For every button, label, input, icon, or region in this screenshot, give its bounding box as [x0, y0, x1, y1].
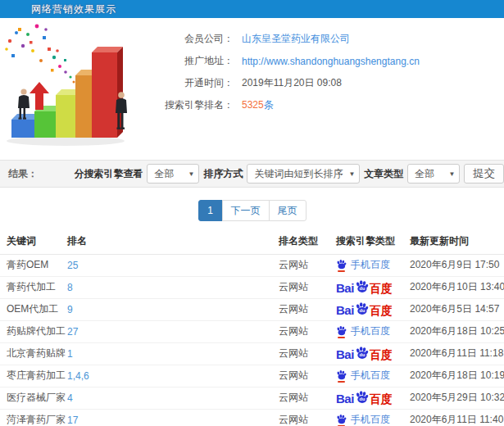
baidu-paw-icon: [336, 414, 347, 424]
rank-type-cell: 云网站: [277, 298, 334, 320]
keyword-cell: 医疗器械厂家: [0, 387, 66, 409]
info-value-link[interactable]: http://www.shandonghuangshengtang.cn: [242, 56, 420, 67]
rank-cell: 4: [66, 387, 277, 409]
engine-cell: 手机百度: [334, 409, 408, 426]
updated-cell: 2020年6月5日 14:57: [408, 298, 504, 320]
mobile-baidu-label: 手机百度: [351, 413, 390, 426]
paw-underline: [338, 337, 345, 338]
keyword-cell: 菏泽膏药厂家: [0, 409, 66, 426]
mobile-paw: [336, 259, 347, 272]
rank-cell: 1: [66, 342, 277, 365]
keyword-cell: 膏药代加工: [0, 276, 66, 298]
info-row: 会员公司：山东皇圣堂药业有限公司: [152, 28, 504, 50]
column-header: 关键词: [0, 229, 66, 254]
svg-text:du: du: [359, 397, 365, 401]
header-bar: 网络营销效果展示: [0, 0, 504, 18]
baidu-logo[interactable]: Bai du 百度: [336, 279, 393, 294]
rank-cell: 8: [66, 276, 277, 298]
svg-text:du: du: [359, 286, 365, 291]
rank-link[interactable]: 17: [67, 415, 78, 426]
engine-select[interactable]: 全部 ▼: [147, 164, 199, 184]
engine-cell: 手机百度: [334, 254, 408, 276]
column-header: 搜索引擎类型: [334, 229, 408, 254]
info-section: 会员公司：山东皇圣堂药业有限公司推广地址：http://www.shandong…: [0, 18, 504, 156]
rank-cell: 9: [66, 298, 277, 320]
up-arrow: [30, 82, 49, 110]
confetti-dots: [5, 25, 75, 84]
article-type-select-value: 全部: [415, 167, 434, 181]
rank-link[interactable]: 1: [67, 348, 73, 360]
baidu-logo[interactable]: Bai du 百度: [336, 390, 393, 405]
info-value: 2019年11月20日 09:08: [242, 76, 342, 90]
baidu-paw-icon: du: [355, 279, 369, 293]
baidu-logo-text: Bai: [336, 348, 354, 360]
keyword-cell: OEM代加工: [0, 298, 66, 320]
rank-cell: 25: [66, 254, 277, 276]
baidu-logo-cn: 百度: [370, 305, 393, 316]
baidu-paw-icon: du: [355, 346, 369, 360]
updated-cell: 2020年6月18日 10:19: [408, 365, 504, 387]
rank-cell: 17: [66, 409, 277, 426]
sort-select[interactable]: 关键词由短到长排序 ▼: [247, 164, 360, 184]
table-row: 枣庄膏药加工1,4,6云网站 手机百度2020年6月18日 10:19: [0, 365, 504, 387]
mobile-baidu-logo[interactable]: 手机百度: [336, 413, 390, 426]
updated-cell: 2020年6月9日 17:50: [408, 254, 504, 276]
table-row: 膏药OEM25云网站 手机百度2020年6月9日 17:50: [0, 254, 504, 276]
rank-type-cell: 云网站: [277, 254, 334, 276]
mobile-baidu-logo[interactable]: 手机百度: [336, 258, 390, 272]
chevron-down-icon: ▼: [448, 170, 455, 178]
article-type-select[interactable]: 全部 ▼: [407, 164, 460, 184]
mobile-baidu-logo[interactable]: 手机百度: [336, 369, 390, 383]
rank-type-cell: 云网站: [277, 276, 334, 298]
baidu-logo-cn: 百度: [370, 283, 393, 294]
rank-link[interactable]: 27: [67, 326, 78, 338]
rank-type-cell: 云网站: [277, 365, 334, 387]
page-1-button[interactable]: 1: [198, 200, 223, 221]
baidu-logo-text: Bai: [336, 392, 354, 405]
rank-type-cell: 云网站: [277, 342, 334, 365]
rank-link[interactable]: 1,4,6: [67, 370, 89, 382]
filter-bar: 结果： 分搜索引擎查看 全部 ▼ 排序方式 关键词由短到长排序 ▼ 文章类型 全…: [0, 160, 504, 188]
baidu-logo[interactable]: Bai du 百度: [336, 346, 393, 360]
rank-link[interactable]: 9: [67, 304, 73, 315]
rank-link[interactable]: 25: [67, 260, 78, 271]
last-page-button[interactable]: 尾页: [269, 200, 306, 221]
info-row: 开通时间：2019年11月20日 09:08: [152, 72, 504, 94]
info-label: 推广地址：: [152, 54, 234, 68]
info-value-link[interactable]: 山东皇圣堂药业有限公司: [242, 32, 350, 46]
table-row: 药贴牌代加工27云网站 手机百度2020年6月18日 10:25: [0, 320, 504, 342]
mobile-paw: [336, 369, 347, 383]
rank-link[interactable]: 4: [67, 392, 73, 404]
keyword-rank-table: 关键词排名排名类型搜索引擎类型最新更新时间 膏药OEM25云网站 手机百度202…: [0, 229, 504, 426]
keyword-cell: 北京膏药贴牌: [0, 342, 66, 365]
engine-cell: Bai du 百度: [334, 342, 408, 365]
info-label: 会员公司：: [152, 32, 234, 46]
table-row: 北京膏药贴牌1云网站Bai du 百度2020年6月11日 11:18: [0, 342, 504, 365]
submit-button[interactable]: 提交: [464, 164, 504, 184]
column-header: 排名: [66, 229, 277, 254]
engine-cell: Bai du 百度: [334, 298, 408, 320]
result-label: 结果：: [8, 167, 38, 181]
mobile-paw: [336, 414, 347, 426]
article-filter-label: 文章类型: [364, 167, 403, 181]
rank-link[interactable]: 8: [67, 282, 73, 293]
updated-cell: 2020年6月18日 10:25: [408, 320, 504, 342]
rank-type-cell: 云网站: [277, 387, 334, 409]
updated-cell: 2020年6月11日 11:40: [408, 409, 504, 426]
baidu-logo[interactable]: Bai du 百度: [336, 301, 393, 316]
sort-select-value: 关键词由短到长排序: [254, 167, 343, 181]
chevron-down-icon: ▼: [348, 170, 355, 178]
baidu-paw-icon: [336, 369, 347, 380]
column-header: 排名类型: [277, 229, 334, 254]
table-header-row: 关键词排名排名类型搜索引擎类型最新更新时间: [0, 229, 504, 254]
next-page-button[interactable]: 下一页: [222, 200, 270, 221]
engine-filter-label: 分搜索引擎查看: [74, 167, 143, 181]
rank-count-number: 5325: [242, 99, 264, 111]
svg-text:du: du: [359, 308, 365, 313]
updated-cell: 2020年6月10日 13:40: [408, 276, 504, 298]
updated-cell: 2020年6月11日 11:18: [408, 342, 504, 365]
engine-select-value: 全部: [154, 167, 174, 181]
mobile-baidu-logo[interactable]: 手机百度: [336, 324, 390, 338]
baidu-paw-icon: [336, 325, 347, 336]
pagination: 1 下一页 尾页: [0, 200, 504, 221]
